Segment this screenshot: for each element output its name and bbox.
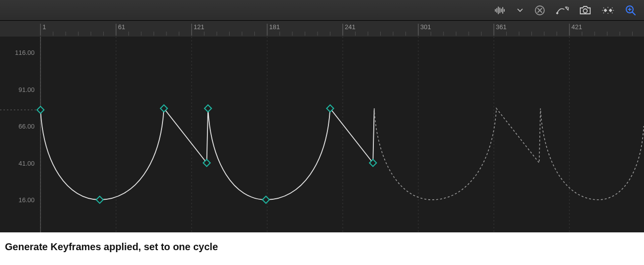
- keyframe-editor-panel: 161121181241301361421 116.0091.0066.0041…: [0, 0, 644, 265]
- chevron-down-icon[interactable]: [517, 4, 523, 17]
- svg-point-17: [612, 7, 613, 8]
- ruler-tick-label: 121: [194, 23, 204, 31]
- audio-waveform-icon[interactable]: [494, 4, 507, 17]
- keyframe-diamond[interactable]: [262, 196, 269, 203]
- ruler-tick-label: 61: [118, 23, 125, 31]
- svg-point-19: [612, 12, 613, 13]
- ruler-tick-label: 361: [496, 23, 507, 31]
- keyframe-editor: 161121181241301361421 116.0091.0066.0041…: [0, 0, 644, 232]
- curve-dashed-extrapolation[interactable]: [374, 108, 644, 200]
- svg-point-9: [583, 9, 587, 13]
- camera-icon[interactable]: [579, 4, 592, 17]
- svg-point-18: [603, 12, 604, 13]
- keyframe-cluster-icon[interactable]: [602, 4, 614, 17]
- ruler-tick-label: 301: [420, 23, 431, 31]
- svg-line-21: [633, 12, 636, 15]
- y-axis-label: 41.00: [10, 159, 35, 167]
- ruler-tick-label: 421: [571, 23, 582, 31]
- curve-graph-area[interactable]: 116.0091.0066.0041.0016.00: [0, 37, 644, 232]
- keyframe-diamond[interactable]: [204, 105, 211, 112]
- keyframe-diamond[interactable]: [37, 106, 44, 113]
- ruler-tick-label: 181: [269, 23, 280, 31]
- curve-edit-icon[interactable]: [556, 4, 569, 17]
- y-axis-label: 16.00: [10, 196, 35, 204]
- ruler-tick-label: 1: [42, 23, 46, 31]
- curve-solid-cycle[interactable]: [40, 108, 374, 200]
- editor-toolbar: [0, 0, 644, 21]
- svg-point-16: [603, 7, 604, 8]
- zoom-icon[interactable]: [624, 4, 637, 17]
- svg-rect-8: [556, 11, 559, 14]
- y-axis-label: 66.00: [10, 123, 35, 130]
- figure-caption: Generate Keyframes applied, set to one c…: [0, 232, 644, 262]
- ruler-tick-label: 241: [345, 23, 356, 31]
- timeline-ruler[interactable]: 161121181241301361421: [0, 21, 644, 37]
- y-axis-label: 91.00: [10, 86, 35, 93]
- svg-rect-11: [609, 8, 612, 12]
- svg-point-15: [607, 13, 608, 14]
- svg-point-14: [607, 7, 608, 8]
- clear-circle-x-icon[interactable]: [533, 4, 546, 17]
- svg-point-12: [602, 10, 603, 11]
- keyframe-diamond[interactable]: [96, 196, 103, 203]
- svg-rect-10: [604, 8, 607, 12]
- svg-point-13: [613, 10, 614, 11]
- y-axis-label: 116.00: [10, 49, 35, 56]
